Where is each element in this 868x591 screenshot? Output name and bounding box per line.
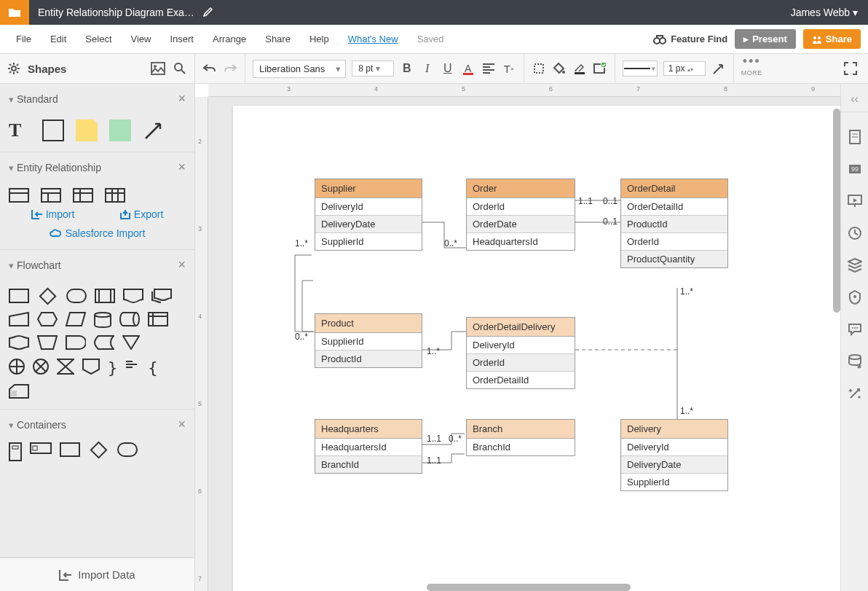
pencil-icon[interactable] bbox=[203, 7, 215, 18]
font-color-icon[interactable]: A bbox=[461, 61, 476, 76]
document-title[interactable]: Entity Relationship Diagram Exa… bbox=[29, 7, 203, 18]
fc-database[interactable] bbox=[94, 312, 111, 328]
cont-diam[interactable] bbox=[90, 441, 107, 458]
fc-summing[interactable] bbox=[9, 359, 25, 377]
section-standard-header[interactable]: ▾Standard × bbox=[0, 84, 194, 114]
fc-internal[interactable] bbox=[148, 312, 168, 328]
fc-decision[interactable] bbox=[39, 287, 56, 305]
menu-whatsnew[interactable]: What's New bbox=[339, 29, 407, 49]
export-link[interactable]: Export bbox=[119, 208, 163, 220]
block-shape-icon[interactable] bbox=[109, 120, 131, 141]
section-entityrel-header[interactable]: ▾Entity Relationship × bbox=[0, 152, 194, 182]
layers-icon[interactable] bbox=[848, 258, 862, 273]
close-icon[interactable]: × bbox=[178, 417, 186, 432]
comments-icon[interactable]: 99 bbox=[848, 162, 862, 176]
notes-icon[interactable] bbox=[848, 130, 862, 144]
magic-icon[interactable] bbox=[848, 386, 862, 401]
menu-insert[interactable]: Insert bbox=[161, 29, 202, 49]
collapse-icon[interactable]: ‹‹ bbox=[841, 93, 868, 112]
share-button[interactable]: Share bbox=[803, 29, 861, 49]
menu-select[interactable]: Select bbox=[76, 29, 120, 49]
entity-supplier[interactable]: Supplier DeliveryId DeliveryDate Supplie… bbox=[315, 179, 422, 251]
fc-predefined[interactable] bbox=[95, 289, 115, 305]
arrow-shape-icon[interactable] bbox=[143, 120, 165, 141]
search-icon[interactable] bbox=[173, 61, 187, 76]
entity-orderdetail[interactable]: OrderDetail OrderDetailId ProductId Orde… bbox=[620, 179, 728, 268]
underline-icon[interactable]: U bbox=[441, 61, 455, 76]
fc-multidoc[interactable] bbox=[151, 289, 172, 305]
line-width-select[interactable]: 1 px ▴▾ bbox=[663, 61, 706, 76]
bold-icon[interactable]: B bbox=[400, 61, 414, 76]
line-arrow-icon[interactable] bbox=[711, 61, 726, 76]
section-flowchart-header[interactable]: ▾Flowchart × bbox=[0, 250, 194, 280]
menu-file[interactable]: File bbox=[7, 29, 40, 49]
fc-data[interactable] bbox=[66, 312, 86, 328]
cont-pill[interactable] bbox=[117, 442, 138, 457]
fc-process[interactable] bbox=[9, 289, 29, 303]
close-icon[interactable]: × bbox=[178, 257, 186, 273]
fc-terminal[interactable] bbox=[66, 289, 87, 303]
data-icon[interactable] bbox=[848, 354, 862, 369]
salesforce-link[interactable]: Salesforce Import bbox=[9, 227, 186, 239]
fc-or[interactable] bbox=[33, 359, 49, 377]
section-containers-header[interactable]: ▾Containers × bbox=[0, 410, 194, 439]
font-select[interactable]: Liberation Sans▾ bbox=[253, 60, 346, 78]
border-color-icon[interactable] bbox=[572, 61, 587, 76]
redo-icon[interactable] bbox=[223, 61, 237, 76]
fc-collate[interactable] bbox=[57, 359, 74, 377]
chat-icon[interactable] bbox=[848, 322, 862, 337]
feature-find[interactable]: Feature Find bbox=[653, 34, 727, 44]
er-shape-3[interactable] bbox=[73, 188, 93, 203]
fc-card[interactable] bbox=[9, 384, 29, 399]
import-link[interactable]: Import bbox=[31, 208, 75, 220]
fc-brace-left[interactable]: { bbox=[148, 359, 157, 377]
menu-edit[interactable]: Edit bbox=[42, 29, 75, 49]
menu-help[interactable]: Help bbox=[301, 29, 338, 49]
menu-share[interactable]: Share bbox=[256, 29, 299, 49]
close-icon[interactable]: × bbox=[178, 160, 186, 175]
fc-manual-input[interactable] bbox=[9, 312, 29, 328]
fc-document[interactable] bbox=[123, 289, 143, 305]
fc-direct[interactable] bbox=[119, 312, 140, 328]
entity-delivery[interactable]: Delivery DeliveryId DeliveryDate Supplie… bbox=[620, 419, 728, 491]
fc-brace-right[interactable]: } bbox=[108, 359, 117, 377]
fc-connector[interactable] bbox=[148, 335, 164, 351]
italic-icon[interactable]: I bbox=[420, 61, 435, 76]
align-icon[interactable] bbox=[481, 61, 496, 76]
fc-manual-op[interactable] bbox=[37, 335, 58, 351]
crop-icon[interactable] bbox=[532, 61, 546, 76]
fc-delay[interactable] bbox=[66, 335, 86, 351]
fullscreen-icon[interactable] bbox=[843, 61, 858, 76]
present-button[interactable]: ▸ Present bbox=[735, 29, 796, 49]
menu-view[interactable]: View bbox=[122, 29, 160, 49]
scrollbar-horizontal[interactable] bbox=[427, 584, 631, 591]
canvas-area[interactable]: 3 4 5 6 7 8 9 2 3 4 5 6 7 bbox=[195, 84, 840, 591]
scrollbar-vertical[interactable] bbox=[833, 109, 840, 313]
fc-stored[interactable] bbox=[94, 335, 114, 351]
gear-icon[interactable] bbox=[7, 62, 20, 75]
image-icon[interactable] bbox=[151, 61, 165, 76]
text-shape-icon[interactable]: T bbox=[9, 120, 31, 141]
fill-icon[interactable] bbox=[552, 61, 567, 76]
diagram-page[interactable]: Supplier DeliveryId DeliveryDate Supplie… bbox=[233, 106, 840, 591]
fc-merge[interactable] bbox=[122, 335, 140, 351]
fc-paper-tape[interactable] bbox=[9, 335, 29, 351]
cont-2[interactable] bbox=[30, 442, 52, 461]
cont-rect[interactable] bbox=[60, 442, 80, 457]
undo-icon[interactable] bbox=[202, 61, 217, 76]
er-shape-4[interactable] bbox=[105, 188, 125, 203]
entity-branch[interactable]: Branch BranchId bbox=[466, 419, 575, 456]
shape-options-icon[interactable] bbox=[593, 61, 607, 76]
fontsize-select[interactable]: 8 pt ▾ bbox=[352, 60, 393, 77]
folder-icon[interactable] bbox=[0, 0, 29, 25]
line-style-select[interactable]: ▾ bbox=[623, 60, 658, 77]
import-data-button[interactable]: Import Data bbox=[0, 557, 194, 591]
fc-offpage[interactable] bbox=[82, 359, 100, 377]
more-icon[interactable]: ••• bbox=[743, 54, 761, 69]
cont-circ[interactable] bbox=[146, 442, 165, 457]
fc-preparation[interactable] bbox=[37, 312, 58, 328]
er-shape-1[interactable] bbox=[9, 188, 29, 203]
fc-note[interactable] bbox=[125, 359, 140, 377]
entity-order[interactable]: Order OrderId OrderDate HeadquartersId bbox=[466, 179, 575, 251]
entity-product[interactable]: Product SupplierId ProductId bbox=[315, 313, 422, 368]
